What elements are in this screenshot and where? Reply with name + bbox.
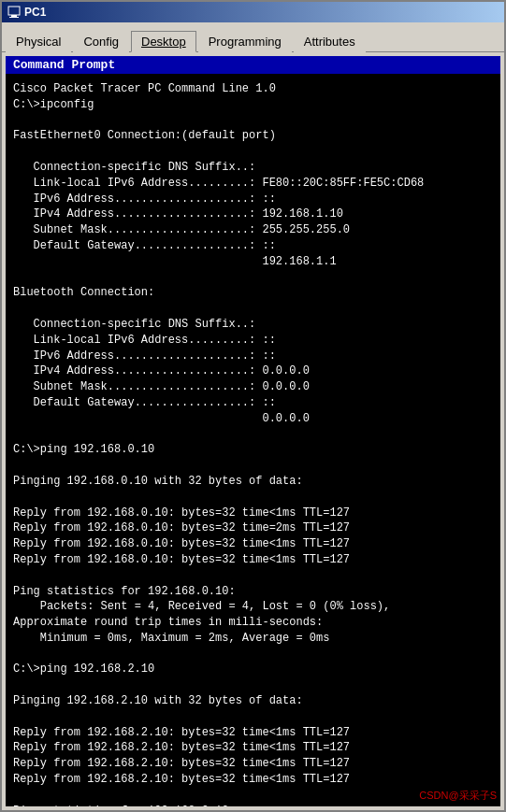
svg-rect-0 xyxy=(8,7,20,15)
window-title: PC1 xyxy=(24,6,499,19)
tab-desktop[interactable]: Desktop xyxy=(131,31,196,52)
svg-rect-1 xyxy=(11,15,17,17)
command-prompt-title: Command Prompt xyxy=(6,56,500,74)
tab-attributes[interactable]: Attributes xyxy=(294,31,366,52)
tab-config[interactable]: Config xyxy=(73,31,129,52)
window: PC1 Physical Config Desktop Programming … xyxy=(0,0,506,812)
pc-icon xyxy=(7,6,21,19)
watermark: CSDN@采采子S xyxy=(419,789,497,803)
tab-programming[interactable]: Programming xyxy=(198,31,292,52)
tab-physical[interactable]: Physical xyxy=(6,31,71,52)
tab-bar: Physical Config Desktop Programming Attr… xyxy=(2,22,504,52)
title-bar: PC1 xyxy=(2,2,504,22)
svg-rect-2 xyxy=(9,17,19,18)
terminal-output[interactable]: Cisco Packet Tracer PC Command Line 1.0 … xyxy=(6,74,500,806)
content-area: Command Prompt Cisco Packet Tracer PC Co… xyxy=(2,52,504,810)
